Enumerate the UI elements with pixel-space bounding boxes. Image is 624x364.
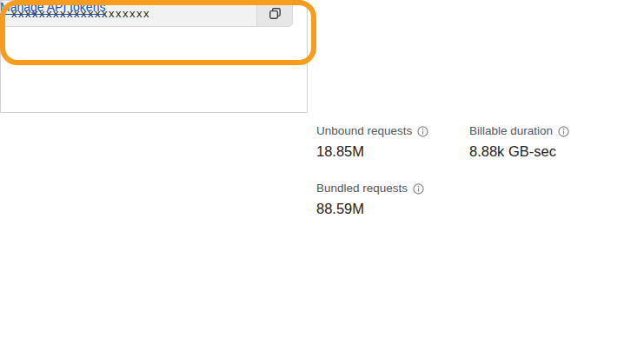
stat-value: 8.88k GB-sec [469,143,617,160]
stat-billable-duration: Billable duration 8.88k GB-sec [469,124,617,160]
stat-unbound-requests: Unbound requests 18.85M [316,124,464,160]
info-icon[interactable] [413,183,424,195]
stat-label: Billable duration [469,124,553,137]
stat-bundled-requests: Bundled requests 88.59M [316,182,464,217]
stat-label: Bundled requests [316,182,408,195]
stat-value: 88.59M [316,201,464,217]
info-icon[interactable] [417,126,428,137]
stat-label: Unbound requests [316,124,412,137]
stat-value: 18.85M [316,143,464,160]
copy-icon [269,7,282,20]
divider [0,0,289,1]
info-icon[interactable] [558,126,569,137]
manage-api-tokens-link[interactable]: Manage API tokens [0,0,105,14]
copy-account-id-button[interactable] [256,0,293,27]
